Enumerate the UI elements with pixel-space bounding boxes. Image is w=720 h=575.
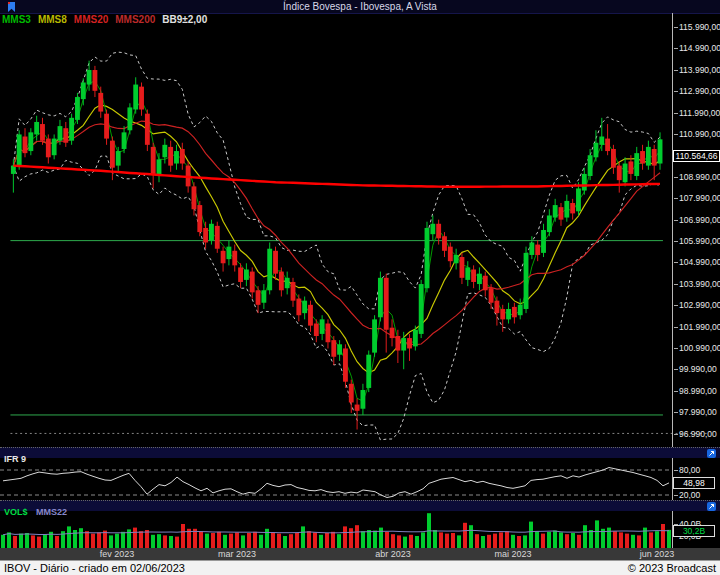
window-title: Índice Bovespa - Ibovespa, A Vista [0,0,720,13]
price-axis-label: 106.990,00 [679,216,720,225]
price-axis-label: 108.990,00 [679,173,720,182]
ifr-panel-title: IFR 9 [4,454,26,464]
vol-panel-header: VOL$ MMS22 [0,500,720,511]
price-axis-label: 101.990,00 [679,323,720,332]
month-label: jun 2023 [640,549,675,560]
price-axis-label: 105.990,00 [679,237,720,246]
vol-panel-title: VOL$ [4,507,28,517]
ifr-lower-level: 20,00 [679,491,720,500]
price-axis-label: 99.990,00 [679,365,720,374]
legend-mms3: MMS3 [2,14,31,25]
price-chart-panel: MMS3MMS8MMS20MMS200BB9±2,00 115.990,0011… [0,13,720,448]
price-axis-label: 103.990,00 [679,280,720,289]
expand-icon[interactable] [707,502,716,511]
last-price-box: 110.564,66 [673,150,720,162]
price-chart-canvas[interactable] [0,13,720,448]
price-axis-label: 98.990,00 [679,387,720,396]
indicator-legend: MMS3MMS8MMS20MMS200BB9±2,00 [2,14,214,25]
title-bar: Índice Bovespa - Ibovespa, A Vista [0,0,720,14]
legend-mms20: MMS20 [74,14,108,25]
legend-mms8: MMS8 [38,14,67,25]
legend-mms200: MMS200 [115,14,155,25]
trading-app-window: Índice Bovespa - Ibovespa, A Vista MMS3M… [0,0,720,575]
ifr-value-box: 48,98 [673,477,715,489]
status-text: IBOV - Diário - criado em 02/06/2023 [4,561,185,575]
month-label: mai 2023 [494,549,531,560]
price-axis-label: 96.990,00 [679,430,720,439]
price-axis-label: 97.990,00 [679,408,720,417]
price-axis-label: 102.990,00 [679,301,720,310]
copyright-text: © 2023 Broadcast [628,561,716,575]
vol-value-box: 30,2B [673,525,715,537]
expand-icon[interactable] [707,449,716,458]
ifr-chart-canvas[interactable] [0,458,720,500]
price-axis-label: 100.990,00 [679,344,720,353]
volume-chart-canvas[interactable] [0,511,720,548]
legend-bb9: BB9±2,00 [162,14,207,25]
month-label: mar 2023 [218,549,256,560]
ifr-upper-level: 80,00 [679,466,720,475]
month-label: abr 2023 [375,549,411,560]
price-axis-label: 110.990,00 [679,130,720,139]
price-axis-label: 113.990,00 [679,66,720,75]
vol-ma-label: MMS22 [36,507,67,517]
price-axis-label: 111.990,00 [679,109,720,118]
month-label: fev 2023 [100,549,135,560]
price-axis-label: 112.990,00 [679,87,720,96]
ifr-panel-header: IFR 9 [0,447,720,458]
axis-divider [672,13,673,548]
time-axis: fev 2023mar 2023abr 2023mai 2023jun 2023 [0,548,720,560]
price-axis-label: 107.990,00 [679,194,720,203]
price-axis-label: 114.990,00 [679,44,720,53]
price-axis-label: 104.990,00 [679,258,720,267]
price-axis-label: 115.990,00 [679,23,720,32]
status-bar: IBOV - Diário - criado em 02/06/2023 © 2… [0,560,720,575]
